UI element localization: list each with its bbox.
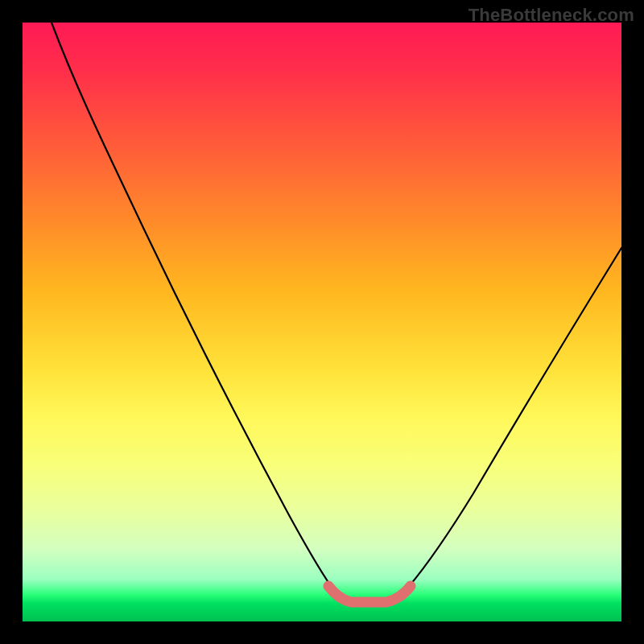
right-branch-curve [401, 248, 621, 596]
chart-frame: TheBottleneck.com [0, 0, 644, 644]
bottom-accent-curve [328, 586, 411, 602]
plot-area [23, 23, 621, 621]
left-branch-curve [52, 23, 338, 596]
curve-layer [23, 23, 621, 621]
